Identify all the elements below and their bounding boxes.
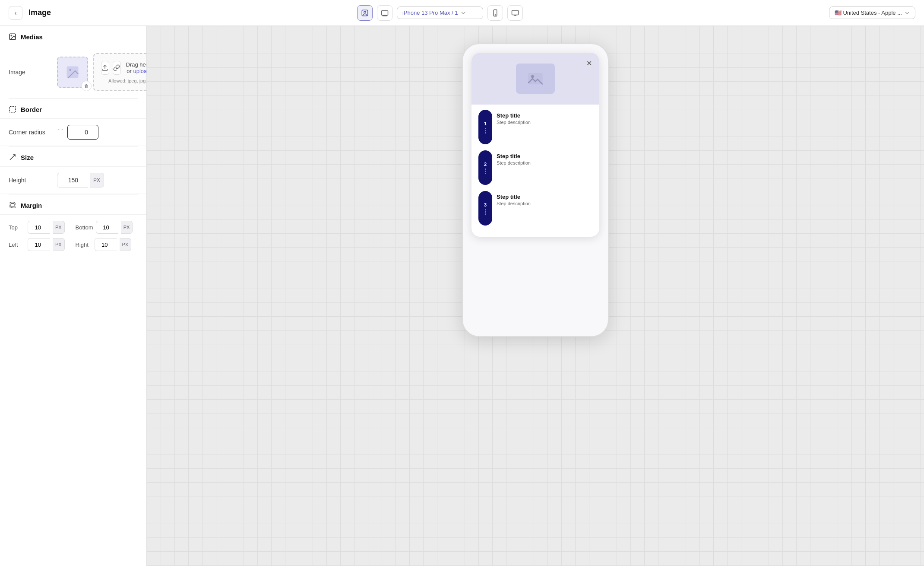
locale-option: 🇺🇸 United States - Apple ... [835, 10, 902, 16]
corner-radius-label: Corner radius [9, 129, 52, 136]
modal-card: ✕ 1 [471, 53, 599, 237]
top-label: Top [9, 224, 25, 231]
canvas-inner: ✕ 1 [147, 26, 924, 566]
margin-left-item: Left PX [9, 238, 71, 251]
margin-bottom-item: Bottom PX [76, 221, 138, 234]
image-row: Image 🗑 Drag he [0, 46, 146, 98]
step-num-2: 2 [484, 162, 487, 167]
corner-radius-input[interactable] [67, 125, 98, 140]
modal-steps: 1 Step title Step description [471, 105, 599, 237]
link-button[interactable] [113, 61, 121, 75]
right-unit: PX [120, 238, 132, 251]
height-row: Height PX [0, 167, 146, 194]
drag-text: Drag here or upload [124, 61, 147, 74]
svg-point-7 [11, 35, 12, 36]
step-title-3: Step title [497, 194, 531, 200]
right-label: Right [76, 242, 92, 248]
bottom-unit: PX [121, 221, 133, 234]
step-item-3: 3 Step title Step description [478, 191, 592, 226]
top-input[interactable] [28, 221, 50, 234]
size-section-title: Size [21, 154, 34, 161]
step-desc-1: Step description [497, 120, 531, 125]
device-option: iPhone 13 Pro Max / 1 [402, 10, 458, 16]
corner-radius-row: Corner radius ⌒ [0, 119, 146, 146]
upload-button[interactable] [101, 61, 109, 75]
modal-image-icon [525, 70, 546, 87]
topbar-left: ‹ Image [9, 6, 51, 20]
medias-section-header: Medias [0, 26, 146, 46]
modal-image-area [471, 53, 599, 105]
drop-zone-actions: Drag here or upload Fit [101, 61, 147, 75]
main-layout: Medias Image 🗑 [0, 26, 924, 566]
margin-right-item: Right PX [76, 238, 138, 251]
svg-rect-2 [381, 10, 388, 15]
back-button[interactable]: ‹ [9, 6, 22, 20]
modal-image-placeholder [516, 64, 555, 94]
upload-link[interactable]: upload [133, 68, 147, 74]
svg-point-1 [364, 11, 366, 13]
step-title-2: Step title [497, 153, 531, 159]
left-input[interactable] [28, 238, 50, 251]
border-icon [9, 105, 16, 113]
corner-radius-icon: ⌒ [57, 128, 64, 137]
svg-line-12 [10, 155, 15, 160]
phone-frame: ✕ 1 [462, 43, 609, 337]
mobile-icon-button[interactable] [487, 5, 503, 21]
step-badge-3: 3 [478, 191, 492, 226]
step-desc-2: Step description [497, 160, 531, 165]
svg-point-9 [70, 69, 72, 71]
step-text-1: Step title Step description [497, 110, 531, 125]
step-text-2: Step title Step description [497, 150, 531, 165]
height-unit: PX [90, 173, 104, 188]
step-text-3: Step title Step description [497, 191, 531, 206]
user-icon-b-button[interactable] [377, 5, 392, 21]
svg-point-16 [531, 75, 534, 78]
step-num-3: 3 [484, 202, 487, 207]
svg-rect-5 [512, 10, 518, 15]
topbar-center: iPhone 13 Pro Max / 1 [357, 5, 523, 21]
svg-rect-14 [11, 204, 14, 207]
topbar-right: 🇺🇸 United States - Apple ... [829, 6, 915, 19]
left-label: Left [9, 242, 25, 248]
svg-rect-11 [9, 106, 16, 112]
border-section-header: Border [0, 99, 146, 119]
left-unit: PX [53, 238, 65, 251]
margin-section-title: Margin [21, 202, 42, 209]
step-desc-3: Step description [497, 201, 531, 206]
bottom-label: Bottom [76, 224, 93, 231]
height-input[interactable] [57, 173, 88, 188]
step-title-1: Step title [497, 112, 531, 119]
step-item-1: 1 Step title Step description [478, 110, 592, 144]
canvas-area: ✕ 1 [147, 26, 924, 566]
margin-top-item: Top PX [9, 221, 71, 234]
user-icon-a-button[interactable] [357, 5, 373, 21]
step-badge-2: 2 [478, 150, 492, 185]
border-section-title: Border [21, 106, 42, 113]
right-input[interactable] [95, 238, 117, 251]
margin-section-header: Margin [0, 194, 146, 215]
modal-close-button[interactable]: ✕ [584, 58, 594, 68]
size-section-header: Size [0, 146, 146, 167]
height-label: Height [9, 177, 52, 184]
topbar: ‹ Image iPhone 13 Pro Max / 1 [0, 0, 924, 26]
height-input-group: PX [57, 173, 104, 188]
corner-radius-input-group: ⌒ [57, 125, 98, 140]
locale-selector[interactable]: 🇺🇸 United States - Apple ... [829, 6, 915, 19]
medias-icon [9, 33, 16, 41]
device-selector[interactable]: iPhone 13 Pro Max / 1 [397, 6, 483, 19]
step-num-1: 1 [484, 121, 487, 126]
image-preview-icon [65, 64, 80, 80]
size-icon [9, 153, 16, 161]
image-delete-button[interactable]: 🗑 [81, 81, 92, 91]
medias-section-title: Medias [21, 33, 43, 41]
drop-zone[interactable]: Drag here or upload Fit Allowed: jpeg, j… [93, 53, 147, 91]
tv-icon-button[interactable] [507, 5, 523, 21]
margin-icon [9, 201, 16, 209]
page-title: Image [28, 8, 51, 17]
drag-hint: Allowed: jpeg, jpg, png, ico, g. [108, 78, 147, 83]
margin-grid: Top PX Bottom PX Left PX Right PX [0, 215, 146, 257]
bottom-input[interactable] [96, 221, 118, 234]
top-unit: PX [53, 221, 65, 234]
image-preview-wrapper: 🗑 [57, 57, 88, 88]
step-badge-1: 1 [478, 110, 492, 144]
